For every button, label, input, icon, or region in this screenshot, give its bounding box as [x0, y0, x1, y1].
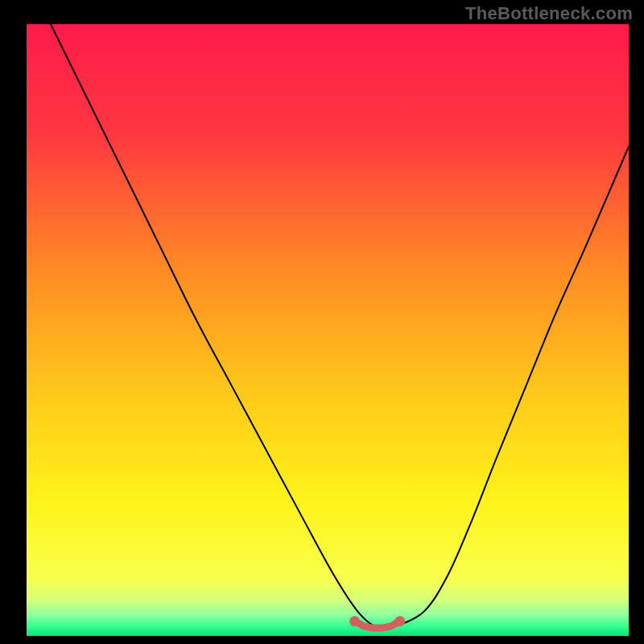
chart-frame: TheBottleneck.com: [0, 0, 644, 644]
bottleneck-chart: [0, 0, 644, 644]
watermark-text: TheBottleneck.com: [465, 3, 633, 24]
plot-background: [27, 24, 629, 636]
optimal-range-start-dot: [349, 616, 360, 626]
optimal-range-end-dot: [394, 616, 405, 626]
